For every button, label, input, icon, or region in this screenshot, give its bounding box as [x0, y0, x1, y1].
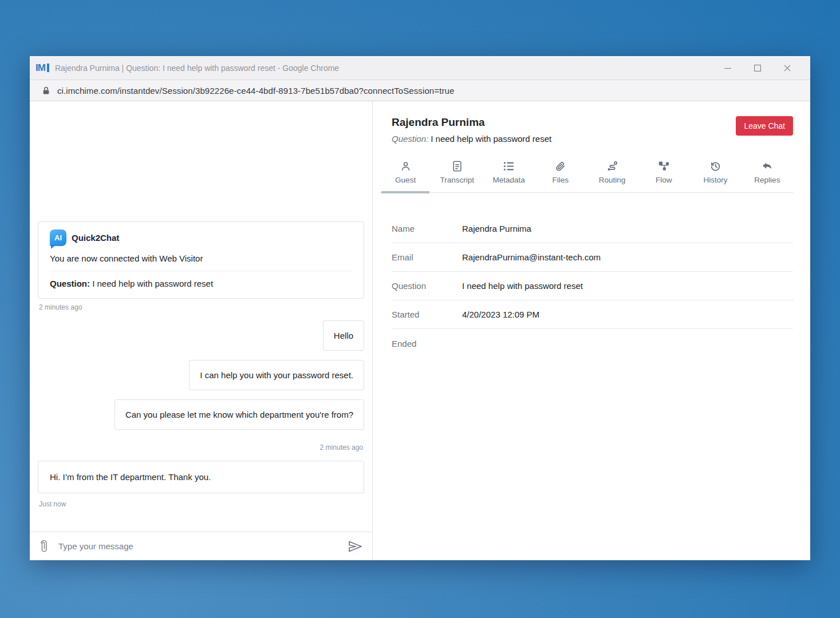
route-icon [607, 160, 618, 172]
tab-guest[interactable]: Guest [380, 159, 431, 192]
minimize-button[interactable] [713, 60, 743, 77]
url-bar[interactable]: ci.imchime.com/instantdev/Session/3b9222… [30, 80, 810, 101]
ai-chat-bubble-icon: AI [50, 229, 66, 246]
user-icon [400, 160, 411, 172]
reply-icon [762, 160, 772, 172]
tab-replies[interactable]: Replies [742, 159, 793, 192]
chat-panel: AI Quick2Chat You are now connected with… [30, 101, 372, 560]
address-url[interactable]: ci.imchime.com/instantdev/Session/3b9222… [57, 86, 454, 96]
tab-routing[interactable]: Routing [586, 159, 638, 192]
agent-message: I can help you with your password reset. [189, 360, 364, 390]
question-text: I need help with password reset [92, 279, 213, 288]
maximize-button[interactable] [743, 60, 772, 77]
message-list: AI Quick2Chat You are now connected with… [30, 101, 372, 532]
tab-transcript[interactable]: Transcript [431, 159, 483, 192]
history-icon [710, 160, 721, 172]
question-label: Question: [50, 279, 90, 288]
lock-icon [42, 86, 50, 95]
detail-row-question: Question I need help with password reset [392, 272, 793, 300]
paperclip-icon [555, 160, 566, 172]
visitor-message: Hi. I’m from the IT department. Thank yo… [38, 461, 364, 493]
question-text: I need help with password reset [431, 134, 551, 144]
leave-chat-button[interactable]: Leave Chat [736, 116, 793, 136]
close-button[interactable] [772, 60, 802, 77]
paperclip-icon[interactable] [39, 538, 49, 554]
browser-window: IM Rajendra Purnima | Question: I need h… [30, 56, 810, 560]
flow-icon [658, 160, 669, 172]
detail-row-email: Email RajendraPurnima@instant-tech.com [392, 243, 793, 272]
guest-question-line: Question:I need help with password reset [392, 134, 551, 144]
timestamp: 2 minutes ago [39, 303, 363, 311]
agent-message: Hello [323, 320, 364, 351]
title-bar: IM Rajendra Purnima | Question: I need h… [30, 56, 810, 80]
list-icon [503, 160, 514, 172]
window-title: Rajendra Purnima | Question: I need help… [55, 64, 713, 73]
agent-message: Can you please let me know which departm… [115, 399, 364, 430]
connected-text: You are now connected with Web Visitor [50, 253, 352, 271]
tab-flow[interactable]: Flow [638, 159, 689, 192]
tab-metadata[interactable]: Metadata [483, 159, 535, 192]
send-icon[interactable] [347, 540, 363, 553]
timestamp: Just now [39, 500, 363, 508]
detail-row-ended: Ended [392, 329, 793, 358]
guest-details-table: Name Rajendra Purnima Email RajendraPurn… [392, 215, 793, 358]
detail-row-started: Started 4/20/2023 12:09 PM [392, 300, 793, 329]
message-composer [30, 532, 372, 560]
timestamp: 2 minutes ago [39, 443, 363, 451]
detail-row-name: Name Rajendra Purnima [392, 215, 793, 243]
tab-history[interactable]: History [690, 159, 742, 192]
document-icon [452, 160, 462, 172]
im-logo-icon: IM [36, 62, 49, 74]
message-input[interactable] [58, 541, 338, 551]
tab-bar: Guest Transcript [380, 159, 793, 193]
question-label: Question: [392, 134, 428, 144]
guest-name: Rajendra Purnima [392, 116, 551, 129]
system-message-card: AI Quick2Chat You are now connected with… [38, 221, 364, 299]
brand-name: Quick2Chat [72, 233, 119, 243]
guest-info-panel: Rajendra Purnima Question:I need help wi… [373, 101, 810, 560]
tab-files[interactable]: Files [535, 159, 586, 192]
question-line: Question: I need help with password rese… [50, 279, 352, 288]
